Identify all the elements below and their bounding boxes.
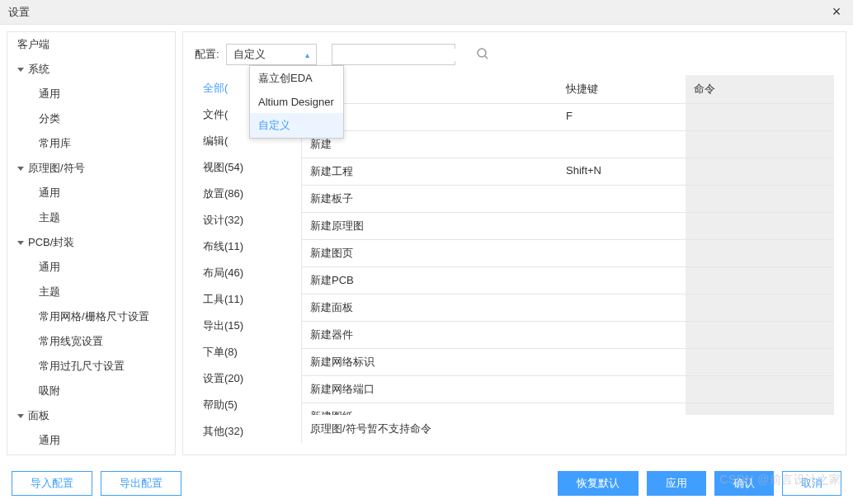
caret-down-icon xyxy=(17,167,24,171)
sidebar-item[interactable]: 通用 xyxy=(7,82,175,106)
table-row[interactable]: 新建原理图 xyxy=(302,213,834,240)
export-config-button[interactable]: 导出配置 xyxy=(101,471,181,496)
sidebar-item-label: PCB/封装 xyxy=(28,236,74,248)
table-row[interactable]: 新建PCB xyxy=(302,267,834,294)
caret-down-icon xyxy=(17,68,24,72)
sidebar-item[interactable]: 面板 xyxy=(7,403,175,428)
svg-line-1 xyxy=(485,56,488,59)
td-key xyxy=(558,349,686,375)
category-item[interactable]: 工具(11) xyxy=(195,286,301,313)
sidebar-item[interactable]: 原理图/符号 xyxy=(7,156,175,181)
search-icon[interactable] xyxy=(476,47,489,63)
sidebar-item-label: 常用线宽设置 xyxy=(39,335,103,347)
config-dropdown-menu: 嘉立创EDAAltium Designer自定义 xyxy=(249,65,344,139)
table-row[interactable]: 新建板子 xyxy=(302,186,834,213)
chevron-up-icon: ▴ xyxy=(305,50,309,59)
sidebar-item[interactable]: 通用 xyxy=(7,181,175,205)
td-func: 新建板子 xyxy=(302,186,558,212)
td-key xyxy=(558,213,686,239)
apply-button[interactable]: 应用 xyxy=(647,471,706,496)
dialog-header: 设置 × xyxy=(0,0,853,25)
td-key xyxy=(558,294,686,321)
table-header: 能 快捷键 命令 xyxy=(302,75,834,104)
td-key xyxy=(558,240,686,266)
sidebar-item[interactable]: 系统 xyxy=(7,57,175,82)
table-row[interactable]: 新建网络端口 xyxy=(302,376,834,403)
search-input[interactable] xyxy=(337,49,476,61)
table-row[interactable]: 新建面板 xyxy=(302,294,834,322)
dialog-title: 设置 xyxy=(8,5,30,20)
dropdown-option[interactable]: 自定义 xyxy=(250,113,343,138)
category-item[interactable]: 下单(8) xyxy=(195,339,301,365)
config-row: 配置: 自定义 ▴ 嘉立创EDAAltium Designer自定义 xyxy=(195,44,834,65)
category-item[interactable]: 其他(32) xyxy=(195,418,301,443)
td-func: 新建原理图 xyxy=(302,213,558,239)
category-item[interactable]: 导出(15) xyxy=(195,313,301,339)
search-box xyxy=(332,44,455,65)
import-config-button[interactable]: 导入配置 xyxy=(12,471,92,496)
category-item[interactable]: 设计(32) xyxy=(195,207,301,233)
sidebar-item[interactable]: 主题 xyxy=(7,453,175,455)
sidebar-item-label: 主题 xyxy=(39,285,60,298)
table-row[interactable]: 新建工程Shift+N xyxy=(302,158,834,186)
dropdown-option[interactable]: Altium Designer xyxy=(250,91,343,113)
td-cmd xyxy=(686,349,834,375)
td-cmd xyxy=(686,267,834,294)
sidebar-item[interactable]: 通用 xyxy=(7,255,175,280)
sidebar-item[interactable]: 常用库 xyxy=(7,131,175,156)
category-item[interactable]: 帮助(5) xyxy=(195,392,301,418)
td-key xyxy=(558,267,686,294)
td-key xyxy=(558,376,686,403)
footer-left: 导入配置 导出配置 xyxy=(12,471,181,496)
td-key xyxy=(558,403,686,415)
category-item[interactable]: 放置(86) xyxy=(195,181,301,207)
category-item[interactable]: 布线(11) xyxy=(195,233,301,260)
close-icon[interactable]: × xyxy=(828,3,845,21)
td-cmd xyxy=(686,104,834,130)
config-label: 配置: xyxy=(195,47,219,62)
table-row[interactable]: 新建图页 xyxy=(302,240,834,267)
config-selected: 自定义 xyxy=(233,47,266,62)
sidebar-item[interactable]: 吸附 xyxy=(7,379,175,403)
th-shortcut: 快捷键 xyxy=(558,75,686,103)
td-key xyxy=(558,186,686,212)
td-func: 新建面板 xyxy=(302,294,558,321)
sidebar-item[interactable]: 通用 xyxy=(7,428,175,453)
category-item[interactable]: 布局(46) xyxy=(195,260,301,286)
table-row[interactable]: 新建网络标识 xyxy=(302,349,834,376)
confirm-button[interactable]: 确认 xyxy=(714,471,774,496)
cancel-button[interactable]: 取消 xyxy=(782,471,841,496)
sidebar-item[interactable]: 常用网格/栅格尺寸设置 xyxy=(7,304,175,329)
config-dropdown[interactable]: 自定义 ▴ xyxy=(226,44,317,65)
sidebar-item-label: 原理图/符号 xyxy=(28,162,85,174)
table-row[interactable]: 新建 xyxy=(302,131,834,158)
sidebar-item[interactable]: 常用线宽设置 xyxy=(7,329,175,354)
category-item[interactable]: 视图(54) xyxy=(195,154,301,181)
sidebar-item[interactable]: PCB/封装 xyxy=(7,230,175,255)
restore-default-button[interactable]: 恢复默认 xyxy=(558,471,639,496)
sidebar-item[interactable]: 客户端 xyxy=(7,32,175,57)
dropdown-option[interactable]: 嘉立创EDA xyxy=(250,66,343,91)
sidebar-item[interactable]: 分类 xyxy=(7,106,175,131)
table-body: 件菜单F新建新建工程Shift+N新建板子新建原理图新建图页新建PCB新建面板新… xyxy=(302,104,834,415)
sidebar-item-label: 常用过孔尺寸设置 xyxy=(39,360,125,372)
sidebar-item-label: 通用 xyxy=(39,87,60,100)
sidebar-item-label: 通用 xyxy=(39,261,60,273)
td-func: 新建图页 xyxy=(302,240,558,266)
td-cmd xyxy=(686,213,834,239)
category-item[interactable]: 设置(20) xyxy=(195,365,301,392)
sidebar-item[interactable]: 主题 xyxy=(7,280,175,304)
sidebar-item-label: 分类 xyxy=(39,112,60,125)
td-cmd xyxy=(686,186,834,212)
td-cmd xyxy=(686,131,834,158)
sidebar-item[interactable]: 主题 xyxy=(7,205,175,230)
table-row[interactable]: 新建器件 xyxy=(302,322,834,349)
caret-down-icon xyxy=(17,241,24,245)
sidebar-item-label: 通用 xyxy=(39,186,60,199)
sidebar-item[interactable]: 常用过孔尺寸设置 xyxy=(7,354,175,379)
table-row[interactable]: 件菜单F xyxy=(302,104,834,131)
sidebar-item-label: 通用 xyxy=(39,434,60,446)
footer-right: 恢复默认 应用 确认 取消 xyxy=(558,471,841,496)
svg-point-0 xyxy=(478,49,486,57)
table-row[interactable]: 新建图纸 xyxy=(302,403,834,415)
